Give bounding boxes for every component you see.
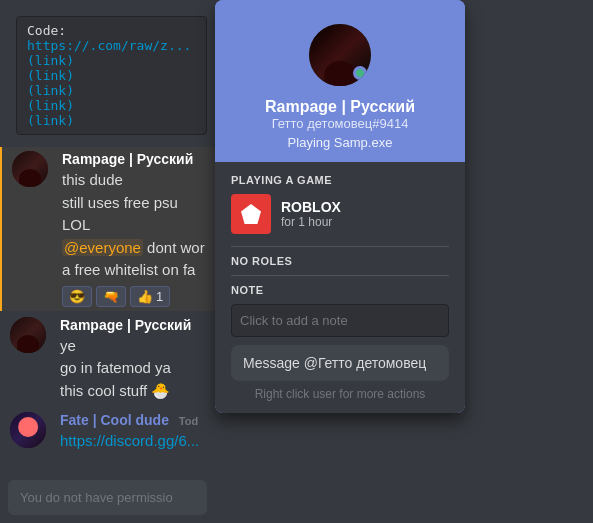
mention-rest: dont wor [147, 239, 205, 256]
note-input[interactable]: Click to add a note [231, 304, 449, 337]
code-block: Code: https://.com/raw/z... (link) (link… [16, 16, 207, 135]
game-name: ROBLOX [281, 199, 341, 215]
code-link-4[interactable]: (link) [27, 98, 74, 113]
fate-link[interactable]: https://discord.gg/6... [60, 430, 207, 453]
code-link-5[interactable]: (link) [27, 113, 74, 128]
note-section-label: NOTE [231, 284, 449, 296]
divider-2 [231, 275, 449, 276]
profile-card: Rampage | Русский Гетто детомовец#9414 P… [215, 0, 465, 413]
profile-face-chin [325, 61, 356, 86]
avatar-rampage-2 [10, 317, 46, 353]
code-block-message: Code: https://.com/raw/z... (link) (link… [0, 4, 215, 147]
game-info: ROBLOX for 1 hour [281, 199, 341, 229]
profile-avatar-container [305, 20, 375, 90]
profile-card-banner: Rampage | Русский Гетто детомовец#9414 P… [215, 0, 465, 162]
reaction-gun[interactable]: 🔫 [96, 286, 126, 307]
profile-card-body: PLAYING A GAME ROBLOX for 1 hour NO ROLE… [215, 162, 465, 413]
right-click-hint: Right click user for more actions [231, 387, 449, 401]
divider-1 [231, 246, 449, 247]
game-icon-roblox [231, 194, 271, 234]
reaction-thumbs[interactable]: 👍 1 [130, 286, 170, 307]
reaction-cool[interactable]: 😎 [62, 286, 92, 307]
online-indicator [353, 66, 367, 80]
message-group-3: Rampage | Русский ye go in fatemod ya th… [0, 313, 215, 407]
code-link-1[interactable]: (link) [27, 53, 74, 68]
reaction-thumbs-count: 1 [156, 289, 163, 304]
fate-timestamp: Tod [179, 415, 198, 427]
reaction-thumbs-emoji: 👍 [137, 289, 153, 304]
chat-area: Code: https://.com/raw/z... (link) (link… [0, 0, 593, 523]
msg-line-lol: LOL [62, 214, 207, 237]
username-rampage: Rampage | Русский [62, 151, 207, 167]
profile-status: Playing Samp.exe [288, 135, 393, 150]
playing-section-label: PLAYING A GAME [231, 174, 449, 186]
msg-fatemod: go in fatemod ya [60, 357, 207, 380]
reaction-gun-emoji: 🔫 [103, 289, 119, 304]
reaction-cool-emoji: 😎 [69, 289, 85, 304]
code-link-0[interactable]: https://.com/raw/z... [27, 38, 191, 53]
msg-coolstuff: this cool stuff 🐣 [60, 380, 207, 403]
code-label: Code: [27, 23, 66, 38]
mention-suffix: a free whitelist on fa [62, 261, 195, 278]
input-area: You do not have permissio [0, 472, 215, 523]
msg-line-this-dude: this dude [62, 169, 207, 192]
username-rampage-2: Rampage | Русский [60, 317, 207, 333]
roles-section-label: NO ROLES [231, 255, 449, 267]
roblox-logo-shape [241, 204, 261, 224]
code-link-3[interactable]: (link) [27, 83, 74, 98]
playing-game-row: ROBLOX for 1 hour [231, 194, 449, 234]
avatar-fate [10, 412, 46, 448]
mention-everyone: @everyone [62, 239, 143, 256]
msg-ye: ye [60, 335, 207, 358]
msg-line-mention: @everyone dont wor a free whitelist on f… [62, 237, 207, 282]
reactions: 😎 🔫 👍 1 [62, 286, 207, 307]
profile-display-name: Rampage | Русский [265, 98, 415, 116]
game-time: for 1 hour [281, 215, 341, 229]
username-fate: Fate | Cool dude Tod [60, 412, 207, 428]
message-group-4: Fate | Cool dude Tod https://discord.gg/… [0, 408, 215, 457]
avatar-rampage [12, 151, 48, 187]
message-group-2: Rampage | Русский this dude still uses f… [0, 147, 215, 311]
no-permission-input: You do not have permissio [8, 480, 207, 515]
profile-tag: Гетто детомовец#9414 [272, 116, 409, 131]
msg-line-psu: still uses free psu [62, 192, 207, 215]
fate-name: Fate | Cool dude [60, 412, 169, 428]
message-input[interactable]: Message @Гетто детомовец [231, 345, 449, 381]
code-link-2[interactable]: (link) [27, 68, 74, 83]
